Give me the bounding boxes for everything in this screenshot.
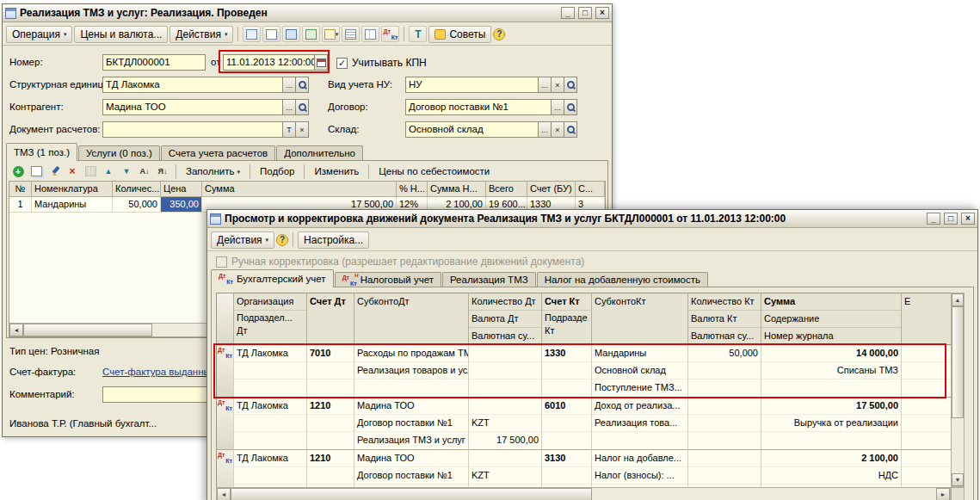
cell-credit-subconto[interactable]: Доход от реализа...Реализация това... <box>592 398 688 450</box>
tab-tmz-sales[interactable]: Реализация ТМЗ <box>442 272 536 287</box>
tips-button[interactable]: Советы <box>428 26 491 43</box>
tab-tmz[interactable]: ТМЗ (1 поз.) <box>6 143 77 161</box>
cost-prices-button[interactable]: Цены по себестоимости <box>374 164 494 179</box>
structural-unit-field[interactable]: ТД Лакомка ... <box>102 77 309 93</box>
create-based-on-icon[interactable]: ▾ <box>322 26 340 42</box>
cell-sum[interactable]: 14 000,00Списаны ТМЗ <box>761 345 902 398</box>
tab-additional[interactable]: Дополнительно <box>276 145 363 161</box>
minimize-button[interactable]: _ <box>561 7 575 19</box>
cell-credit-account[interactable]: 1330 <box>542 345 592 398</box>
clear-button[interactable]: × <box>551 77 564 92</box>
close-button[interactable]: × <box>595 7 609 19</box>
magnifier-button[interactable] <box>295 77 308 92</box>
col-header-account[interactable]: Счет (БУ) <box>527 182 576 197</box>
magnifier-button[interactable] <box>564 77 576 92</box>
col-header-credit-account[interactable]: Счет Кт Подразде...Кт <box>542 293 592 345</box>
horizontal-scrollbar[interactable]: ◄ ► <box>216 487 951 500</box>
change-button[interactable]: Изменить <box>310 164 363 179</box>
actions-menu-button[interactable]: Действия▾ <box>211 231 274 249</box>
col-header-debit-account[interactable]: Счет Дт <box>307 293 354 345</box>
move-up-icon[interactable]: ▲ <box>101 164 116 178</box>
operation-menu-button[interactable]: Операция▾ <box>6 26 72 43</box>
scroll-left-icon[interactable]: ◄ <box>9 324 23 336</box>
ellipsis-button[interactable]: ... <box>551 100 564 114</box>
col-header-credit-quantity[interactable]: Количество Кт Валюта Кт Валютная су... <box>688 293 761 345</box>
magnifier-button[interactable] <box>564 100 576 114</box>
cell-organization[interactable]: ТД Лакомка <box>234 398 307 450</box>
fill-button[interactable]: Заполнить▾ <box>182 164 244 179</box>
scrollbar-thumb[interactable] <box>952 306 964 418</box>
cell-cut[interactable] <box>902 398 952 450</box>
clear-button[interactable]: × <box>551 122 564 137</box>
tab-settlement-accounts[interactable]: Счета учета расчетов <box>161 145 275 161</box>
cell-cut[interactable] <box>902 345 952 398</box>
cell-credit-quantity[interactable] <box>688 398 761 450</box>
cell-credit-subconto[interactable]: МандариныОсновной складПоступление ТМЗ..… <box>592 345 688 398</box>
maximize-button[interactable]: □ <box>944 213 958 225</box>
cell-credit-account[interactable]: 6010 <box>542 398 592 450</box>
subordination-structure-icon[interactable] <box>361 26 379 42</box>
col-header-sum[interactable]: Сумма <box>202 182 397 197</box>
date-field[interactable]: 11.01.2013 12:00:00 <box>223 54 328 71</box>
col-header-cut[interactable]: Е <box>902 293 952 345</box>
delete-row-icon[interactable]: × <box>65 164 80 178</box>
end-edit-icon[interactable] <box>83 164 98 178</box>
close-button[interactable]: × <box>961 213 975 225</box>
col-header-organization[interactable]: Организация Подраздел...Дт <box>234 293 307 345</box>
row-selector-cell[interactable]: ДтКт <box>217 345 234 398</box>
move-down-icon[interactable]: ▼ <box>119 164 134 178</box>
col-header-vat-percent[interactable]: % Н... <box>397 182 428 197</box>
scrollbar-track[interactable] <box>231 488 936 500</box>
scrollbar-thumb[interactable] <box>231 488 592 500</box>
edit-row-icon[interactable] <box>46 164 62 178</box>
scroll-left-icon[interactable]: ◄ <box>217 488 231 500</box>
tab-tax-accounting[interactable]: ДтКтН Налоговый учет <box>335 272 441 287</box>
reread-icon[interactable] <box>243 26 261 42</box>
tab-services[interactable]: Услуги (0 поз.) <box>78 145 160 161</box>
scrollbar-thumb[interactable] <box>23 324 152 336</box>
prices-currency-button[interactable]: Цены и валюта... <box>74 26 168 43</box>
cell-quantity[interactable]: 50,000 <box>113 197 161 213</box>
tab-vat[interactable]: Налог на добавленную стоимость <box>537 272 708 287</box>
col-header-vat-sum[interactable]: Сумма Н... <box>428 182 486 197</box>
counterparty-field[interactable]: Мадина ТОО ... <box>102 99 309 115</box>
calendar-button[interactable] <box>314 55 327 70</box>
cell-price-selected[interactable]: 350,00 <box>161 197 202 213</box>
cell-debit-quantity[interactable]: KZT17 500,00 <box>469 398 542 450</box>
scroll-up-icon[interactable]: ▲ <box>952 293 964 306</box>
save-icon[interactable] <box>282 26 300 42</box>
number-field[interactable]: БКТДЛ000001 <box>102 54 206 71</box>
settings-button[interactable]: Настройка... <box>298 231 369 249</box>
sort-ascending-icon[interactable]: А↓ <box>137 164 152 178</box>
kpn-checkbox[interactable]: ✓ Учитывать КПН <box>336 56 427 70</box>
warehouse-field[interactable]: Основной склад ... × <box>405 121 577 138</box>
ellipsis-button[interactable]: ... <box>282 100 295 114</box>
document-movements-icon[interactable] <box>342 26 360 42</box>
clear-button[interactable]: × <box>295 122 308 137</box>
ellipsis-button[interactable]: ... <box>282 77 295 92</box>
scroll-right-icon[interactable]: ► <box>936 488 950 500</box>
col-header-credit-subconto[interactable]: СубконтоКт <box>592 293 688 345</box>
window2-title-bar[interactable]: Просмотр и корректировка движений докуме… <box>207 210 977 228</box>
vertical-scrollbar[interactable]: ▲ ▼ <box>951 293 965 487</box>
col-header-quantity[interactable]: Количес... <box>113 182 161 197</box>
cell-organization[interactable]: ТД Лакомка <box>234 345 307 398</box>
ellipsis-button[interactable]: ... <box>538 77 551 92</box>
maximize-button[interactable]: □ <box>578 7 592 19</box>
col-header-cut[interactable]: С... <box>576 182 605 197</box>
cell-debit-account[interactable]: 1210 <box>307 398 354 450</box>
cell-debit-account[interactable]: 7010 <box>307 345 354 398</box>
col-header-debit-quantity[interactable]: Количество Дт Валюта Дт Валютная су... <box>469 293 542 345</box>
actions-menu-button[interactable]: Действия▾ <box>169 26 233 43</box>
manual-correction-checkbox[interactable]: Ручная корректировка (разрешает редактир… <box>216 255 584 269</box>
col-header-debit-subconto[interactable]: СубконтоДт <box>354 293 469 345</box>
posting-result-icon[interactable]: ДтКт <box>381 26 399 42</box>
help-icon[interactable]: ? <box>276 234 288 246</box>
col-header-nomenclature[interactable]: Номенклатура <box>32 182 113 197</box>
settlement-doc-field[interactable]: Т × <box>102 121 309 138</box>
minimize-button[interactable]: _ <box>927 213 940 225</box>
cell-num[interactable]: 1 <box>9 197 32 213</box>
window1-title-bar[interactable]: Реализация ТМЗ и услуг: Реализация. Пров… <box>3 4 612 22</box>
tab-accounting[interactable]: ДтКт Бухгалтерский учет <box>211 269 334 287</box>
copy-row-icon[interactable] <box>28 164 44 178</box>
